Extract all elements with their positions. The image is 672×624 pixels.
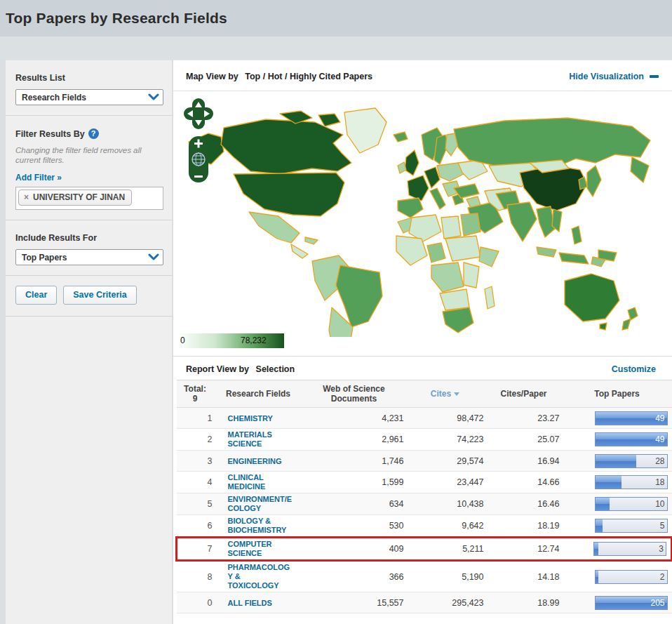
row-field-cell: MATERIALS SCIENCE xyxy=(214,429,303,451)
row-field-cell: CHEMISTRY xyxy=(214,408,303,429)
col-research-fields[interactable]: Research Fields xyxy=(214,380,303,408)
clear-button[interactable]: Clear xyxy=(15,286,57,305)
results-list-select[interactable]: Research Fields xyxy=(15,89,163,105)
country-india[interactable] xyxy=(507,202,537,241)
include-results-select[interactable]: Top Papers xyxy=(15,249,163,265)
table-row: 8 PHARMACOLOG Y & TOXICOLOGY 366 5,190 1… xyxy=(177,561,672,592)
sidebar: Results List Research Fields Filter Resu… xyxy=(6,60,172,624)
top-papers-bar-fill xyxy=(596,455,636,467)
col-wos-documents[interactable]: Web of Science Documents xyxy=(303,380,405,408)
research-field-link[interactable]: CLINICAL MEDICINE xyxy=(228,473,266,491)
country-greenland[interactable] xyxy=(344,108,387,153)
include-results-value: Top Papers xyxy=(22,253,67,263)
zoom-out-icon[interactable] xyxy=(194,175,203,178)
table-row: 2 MATERIALS SCIENCE 2,961 74,223 25.07 4… xyxy=(177,429,672,451)
filter-section: Filter Results By ? Changing the filter … xyxy=(6,116,172,220)
chevron-down-icon xyxy=(148,93,159,101)
save-criteria-button[interactable]: Save Criteria xyxy=(63,286,136,305)
remove-filter-icon[interactable]: × xyxy=(24,192,29,202)
top-papers-bar: 205 xyxy=(595,596,668,610)
research-field-link[interactable]: BIOLOGY & BIOCHEMISTRY xyxy=(228,517,287,535)
research-field-link[interactable]: PHARMACOLOG Y & TOXICOLOGY xyxy=(228,563,290,590)
top-papers-value: 5 xyxy=(660,521,665,531)
include-results-label: Include Results For xyxy=(15,233,163,243)
country-mexico[interactable] xyxy=(249,212,300,243)
country-uk[interactable] xyxy=(405,150,419,175)
row-field-cell: ALL FIELDS xyxy=(214,592,303,613)
row-field-cell: BIOLOGY & BIOCHEMISTRY xyxy=(214,515,303,538)
top-papers-bar-fill xyxy=(594,543,598,555)
top-papers-bar: 2 xyxy=(595,570,668,584)
sidebar-divider xyxy=(6,316,172,317)
row-field-cell: PHARMACOLOG Y & TOXICOLOGY xyxy=(214,561,303,592)
row-cites-per-paper: 18.19 xyxy=(485,515,563,538)
hide-visualization-link[interactable]: Hide Visualization xyxy=(569,72,659,81)
top-papers-value: 49 xyxy=(655,413,664,423)
country-indonesia[interactable] xyxy=(559,253,589,264)
top-papers-value: 10 xyxy=(655,499,664,509)
country-madagascar[interactable] xyxy=(485,286,495,309)
country-egypt[interactable] xyxy=(461,213,481,236)
report-view-by-label: Report View by xyxy=(186,364,249,374)
minus-icon xyxy=(650,75,659,78)
row-cites: 74,223 xyxy=(405,429,485,451)
research-field-link[interactable]: ENGINEERING xyxy=(228,457,282,466)
row-docs: 634 xyxy=(303,493,405,515)
add-filter-link[interactable]: Add Filter » xyxy=(15,173,62,182)
row-top-papers-cell: 28 xyxy=(563,451,672,472)
row-rank: 6 xyxy=(177,515,214,538)
map-view-title: Top / Hot / Highly Cited Papers xyxy=(245,72,372,81)
top-papers-value: 2 xyxy=(660,572,665,582)
country-new-zealand[interactable] xyxy=(628,307,638,320)
map-legend: 0 78,232 xyxy=(179,333,284,348)
help-icon[interactable]: ? xyxy=(88,128,99,139)
row-cites: 98,472 xyxy=(405,408,485,429)
row-cites: 23,447 xyxy=(405,472,485,493)
table-row: 7 COMPUTER SCIENCE 409 5,211 12.74 3 xyxy=(177,538,672,561)
top-papers-bar: 49 xyxy=(595,432,668,446)
pan-control[interactable] xyxy=(184,98,213,129)
zoom-control[interactable] xyxy=(189,136,208,182)
country-japan[interactable] xyxy=(587,166,601,197)
country-south-africa[interactable] xyxy=(443,307,473,333)
country-france[interactable] xyxy=(408,175,429,201)
col-top-papers[interactable]: Top Papers xyxy=(563,380,672,408)
customize-link[interactable]: Customize xyxy=(612,364,656,374)
row-cites-per-paper: 25.07 xyxy=(485,429,563,451)
research-field-link[interactable]: MATERIALS SCIENCE xyxy=(228,430,272,449)
research-field-link[interactable]: ALL FIELDS xyxy=(228,599,272,608)
row-docs: 1,746 xyxy=(303,451,405,472)
research-field-link[interactable]: COMPUTER SCIENCE xyxy=(228,540,272,558)
row-rank: 3 xyxy=(177,451,214,472)
country-australia[interactable] xyxy=(565,274,619,321)
country-italy[interactable] xyxy=(430,188,445,209)
country-spain[interactable] xyxy=(398,198,423,218)
row-cites-per-paper: 14.18 xyxy=(485,561,563,592)
filter-note: Changing the filter field removes all cu… xyxy=(15,145,163,165)
sort-desc-icon xyxy=(454,392,459,396)
country-usa[interactable] xyxy=(234,173,344,216)
country-nigeria[interactable] xyxy=(427,243,445,263)
filter-tag-label: UNIVERSITY OF JINAN xyxy=(33,192,125,202)
table-row: 6 BIOLOGY & BIOCHEMISTRY 530 9,642 18.19… xyxy=(177,515,672,538)
row-top-papers-cell: 49 xyxy=(563,429,672,451)
col-cites-per-paper[interactable]: Cites/Paper xyxy=(485,380,563,408)
col-total: Total:9 xyxy=(177,380,214,408)
filter-tag-box: × UNIVERSITY OF JINAN xyxy=(15,187,163,210)
research-field-link[interactable]: ENVIRONMENT/E COLOGY xyxy=(228,495,293,513)
col-cites[interactable]: Cites xyxy=(405,380,485,408)
table-header-row: Total:9 Research Fields Web of Science D… xyxy=(177,380,672,408)
row-cites-per-paper: 23.27 xyxy=(485,408,563,429)
results-list-value: Research Fields xyxy=(22,93,86,102)
row-top-papers-cell: 18 xyxy=(563,472,672,493)
top-papers-bar-fill xyxy=(596,571,598,583)
legend-min: 0 xyxy=(180,336,185,345)
research-field-link[interactable]: CHEMISTRY xyxy=(228,414,273,423)
report-section: Report View by Selection Customize Total… xyxy=(173,356,672,613)
filter-tag[interactable]: × UNIVERSITY OF JINAN xyxy=(18,190,132,206)
table-row: 5 ENVIRONMENT/E COLOGY 634 10,438 16.46 … xyxy=(177,493,672,515)
country-canada[interactable] xyxy=(221,119,351,174)
world-map[interactable] xyxy=(175,98,671,337)
row-top-papers-cell: 5 xyxy=(563,515,672,538)
top-papers-bar-fill xyxy=(596,498,610,510)
